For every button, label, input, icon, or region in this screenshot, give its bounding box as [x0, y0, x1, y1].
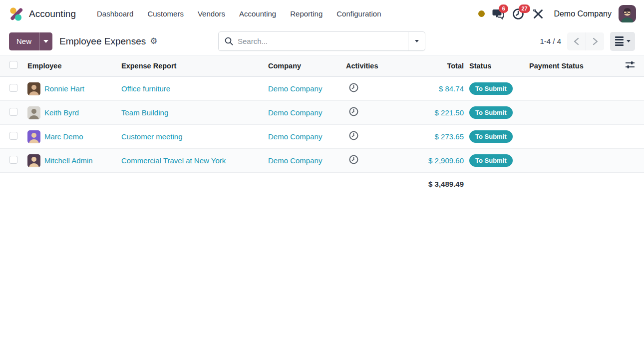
employee-link[interactable]: Marc Demo — [44, 132, 83, 141]
pager-area: 1-4 / 4 — [540, 32, 635, 51]
column-header-total[interactable]: Total — [426, 62, 464, 70]
user-avatar[interactable] — [619, 5, 636, 22]
table-row[interactable]: Keith Byrd Team Building Demo Company $ … — [0, 101, 644, 125]
pager-buttons — [567, 32, 604, 50]
odoo-window: Accounting Dashboard Customers Vendors A… — [0, 0, 644, 362]
chevron-left-icon — [574, 37, 579, 45]
new-button[interactable]: New — [9, 32, 39, 50]
accounting-app-icon[interactable] — [9, 6, 24, 21]
activity-clock-icon[interactable] — [349, 131, 358, 140]
column-header-company[interactable]: Company — [268, 62, 346, 70]
menu-accounting[interactable]: Accounting — [232, 5, 283, 22]
menu-customers[interactable]: Customers — [140, 5, 191, 22]
status-badge: To Submit — [469, 130, 513, 143]
table-row[interactable]: Marc Demo Customer meeting Demo Company … — [0, 125, 644, 149]
main-menu: Dashboard Customers Vendors Accounting R… — [90, 5, 388, 22]
expenses-table: Employee Expense Report Company Activiti… — [0, 55, 644, 195]
activity-clock-icon[interactable]: 27 — [512, 7, 525, 20]
employee-avatar — [27, 82, 40, 95]
chevron-down-icon — [43, 40, 48, 43]
list-view-toggle-button[interactable] — [610, 32, 635, 51]
chevron-down-icon — [627, 40, 631, 42]
messages-icon[interactable]: 6 — [492, 7, 505, 20]
company-link[interactable]: Demo Company — [268, 84, 322, 93]
expense-report-link[interactable]: Team Building — [121, 108, 168, 117]
activity-clock-icon[interactable] — [349, 107, 358, 116]
total-sum: $ 3,489.49 — [426, 180, 464, 188]
column-header-payment-status[interactable]: Payment Status — [529, 62, 614, 70]
total-amount: $ 273.65 — [426, 132, 464, 141]
status-badge: To Submit — [469, 106, 513, 119]
employee-link[interactable]: Ronnie Hart — [44, 84, 84, 93]
activities-badge: 27 — [519, 4, 530, 13]
optional-columns-icon[interactable] — [625, 60, 635, 71]
pager-next-button[interactable] — [586, 32, 604, 50]
control-panel: New Employee Expenses ⚙ 1-4 / 4 — [0, 27, 644, 55]
pager-previous-button[interactable] — [567, 32, 586, 50]
search-bar[interactable] — [218, 31, 425, 51]
column-header-status[interactable]: Status — [464, 62, 529, 70]
chevron-right-icon — [593, 37, 598, 45]
new-dropdown-toggle[interactable] — [39, 32, 52, 50]
tools-icon[interactable] — [532, 7, 545, 20]
list-view-icon — [615, 36, 624, 46]
chevron-down-icon — [415, 40, 419, 42]
row-checkbox[interactable] — [9, 156, 17, 164]
company-link[interactable]: Demo Company — [268, 108, 322, 117]
status-dot-icon[interactable] — [478, 10, 485, 17]
gear-icon[interactable]: ⚙ — [150, 37, 157, 45]
employee-link[interactable]: Mitchell Admin — [44, 156, 93, 165]
expense-report-link[interactable]: Office furniture — [121, 84, 170, 93]
navbar-left: Accounting Dashboard Customers Vendors A… — [9, 5, 388, 22]
select-all-checkbox[interactable] — [9, 61, 17, 69]
total-amount: $ 221.50 — [426, 108, 464, 117]
column-header-employee[interactable]: Employee — [27, 62, 121, 70]
menu-configuration[interactable]: Configuration — [329, 5, 388, 22]
total-amount: $ 84.74 — [426, 84, 464, 93]
expense-report-link[interactable]: Customer meeting — [121, 132, 183, 141]
employee-avatar — [27, 154, 40, 167]
table-header-row: Employee Expense Report Company Activiti… — [0, 55, 644, 77]
activity-clock-icon[interactable] — [349, 155, 358, 164]
expense-report-link[interactable]: Commercial Travel at New York — [121, 156, 226, 165]
row-checkbox[interactable] — [9, 84, 17, 92]
top-navbar: Accounting Dashboard Customers Vendors A… — [0, 0, 644, 27]
company-switcher[interactable]: Demo Company — [554, 9, 612, 18]
page-title: Employee Expenses — [59, 36, 146, 47]
search-dropdown-toggle[interactable] — [408, 32, 425, 50]
messages-badge: 6 — [499, 4, 508, 13]
row-checkbox[interactable] — [9, 108, 17, 116]
company-link[interactable]: Demo Company — [268, 156, 322, 165]
company-link[interactable]: Demo Company — [268, 132, 322, 141]
column-header-expense-report[interactable]: Expense Report — [121, 62, 268, 70]
column-header-activities[interactable]: Activities — [346, 62, 426, 70]
search-input[interactable] — [238, 37, 408, 45]
employee-avatar — [27, 106, 40, 119]
status-badge: To Submit — [469, 154, 513, 167]
table-footer-row: $ 3,489.49 — [0, 173, 644, 195]
table-row[interactable]: Ronnie Hart Office furniture Demo Compan… — [0, 77, 644, 101]
row-checkbox[interactable] — [9, 132, 17, 140]
breadcrumb-area: New Employee Expenses ⚙ — [9, 32, 157, 50]
employee-avatar — [27, 130, 40, 143]
menu-reporting[interactable]: Reporting — [283, 5, 329, 22]
new-button-group: New — [9, 32, 52, 50]
total-amount: $ 2,909.60 — [426, 156, 464, 165]
activity-clock-icon[interactable] — [349, 83, 358, 92]
menu-dashboard[interactable]: Dashboard — [90, 5, 140, 22]
status-badge: To Submit — [469, 82, 513, 95]
systray: 6 27 Demo Company — [478, 5, 636, 22]
search-icon — [225, 37, 233, 45]
pager-range: 1-4 / 4 — [540, 37, 561, 45]
app-name[interactable]: Accounting — [29, 8, 76, 19]
menu-vendors[interactable]: Vendors — [191, 5, 232, 22]
table-row[interactable]: Mitchell Admin Commercial Travel at New … — [0, 149, 644, 173]
employee-link[interactable]: Keith Byrd — [44, 108, 79, 117]
